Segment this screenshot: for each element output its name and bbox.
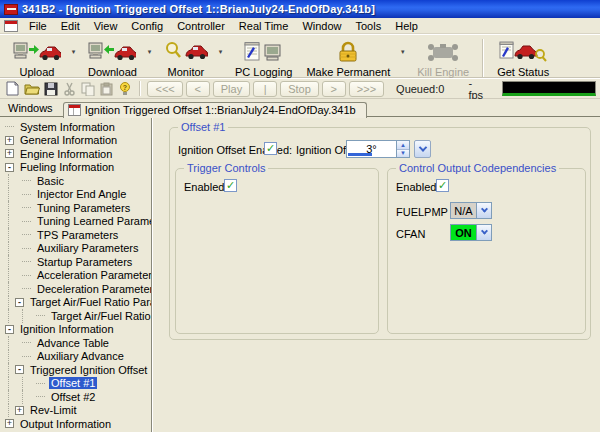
new-document-icon[interactable] [4, 80, 21, 97]
fuelpmp-select[interactable]: N/A [450, 202, 492, 219]
kill-engine-label: Kill Engine [417, 66, 469, 78]
tree-item-rev-limit[interactable]: Rev-Limit [0, 404, 151, 418]
paste-icon [98, 80, 115, 97]
download-label: Download [88, 66, 137, 78]
get-status-button[interactable]: Get Status [490, 37, 556, 80]
step-back-button[interactable]: < [186, 81, 210, 97]
offset-1-group: Offset #1 Ignition Offset Enabled: Ignit… [169, 127, 591, 340]
open-folder-icon[interactable] [23, 80, 41, 97]
monitor-icon [164, 39, 208, 65]
ignition-offset-field[interactable]: 3° [346, 140, 396, 158]
expander-icon[interactable] [5, 163, 14, 172]
windows-label: Windows [8, 102, 63, 117]
menu-view[interactable]: View [87, 19, 125, 33]
expander-icon[interactable] [15, 298, 24, 307]
tree-item-output-information[interactable]: Output Information [0, 417, 151, 431]
get-status-icon [499, 39, 547, 65]
expander-icon[interactable] [5, 325, 14, 334]
tree-item-target-afr-table[interactable]: Target Air/Fuel Ratio Table [0, 309, 151, 323]
menu-window[interactable]: Window [295, 19, 348, 33]
menu-file[interactable]: File [22, 19, 54, 33]
trigger-enabled-checkbox[interactable] [224, 179, 237, 192]
kill-engine-button: Kill Engine [410, 37, 476, 80]
padlock-icon [335, 39, 361, 65]
download-dropdown-arrow[interactable]: ▾ [144, 39, 155, 65]
tree-item-offset-2[interactable]: Offset #2 [0, 390, 151, 404]
cfan-select[interactable]: ON [450, 224, 492, 241]
upload-button[interactable]: Upload [6, 37, 68, 80]
tree-item-tuning-parameters[interactable]: Tuning Parameters [0, 201, 151, 215]
upload-icon [13, 39, 61, 65]
tree-item-advance-table[interactable]: Advance Table [0, 336, 151, 350]
make-permanent-dropdown-arrow[interactable]: ▾ [397, 39, 408, 65]
offset-1-group-title: Offset #1 [178, 121, 228, 133]
codep-enabled-checkbox[interactable] [436, 179, 449, 192]
queued-count: Queued:0 [396, 83, 444, 95]
monitor-button[interactable]: Monitor [157, 37, 215, 80]
pc-logging-button[interactable]: PC Logging [228, 37, 300, 80]
tree-item-tuning-learned-parameters[interactable]: Tuning Learned Parameters [0, 215, 151, 229]
tree-item-engine-information[interactable]: Engine Information [0, 147, 151, 161]
content-area: System Information General Information E… [0, 116, 600, 432]
tree-item-acceleration-parameters[interactable]: Acceleration Parameters [0, 269, 151, 283]
tree-item-basic[interactable]: Basic [0, 174, 151, 188]
menu-help[interactable]: Help [388, 19, 425, 33]
expander-icon[interactable] [15, 365, 24, 374]
tree-item-auxiliary-parameters[interactable]: Auxiliary Parameters [0, 242, 151, 256]
fps-readout: - fps [468, 77, 485, 101]
tree-item-target-afr-parameters[interactable]: Target Air/Fuel Ratio Parameters [0, 296, 151, 310]
make-permanent-button[interactable]: Make Permanent [299, 37, 397, 80]
menu-real-time[interactable]: Real Time [232, 19, 296, 33]
save-icon[interactable] [43, 80, 60, 97]
menu-bar: File Edit View Config Controller Real Ti… [0, 18, 600, 34]
expander-icon[interactable] [5, 149, 14, 158]
ignition-offset-dropdown-button[interactable] [414, 140, 431, 158]
pause-button[interactable]: | [253, 81, 277, 97]
tree-item-tps-parameters[interactable]: TPS Parameters [0, 228, 151, 242]
cfan-value: ON [451, 225, 476, 240]
tree-item-auxiliary-advance[interactable]: Auxiliary Advance [0, 350, 151, 364]
download-button[interactable]: Download [81, 37, 144, 80]
chevron-down-icon [480, 228, 487, 235]
mdi-child-icon[interactable] [4, 20, 18, 32]
monitor-label: Monitor [168, 66, 205, 78]
tree-item-fueling-information[interactable]: Fueling Information [0, 161, 151, 175]
tree-item-ignition-information[interactable]: Ignition Information [0, 323, 151, 337]
spin-up-button[interactable]: ▲ [397, 141, 409, 150]
rewind-fast-button[interactable]: <<< [147, 81, 182, 97]
fuelpmp-dropdown-arrow[interactable] [476, 203, 491, 218]
tree-item-system-information[interactable]: System Information [0, 120, 151, 134]
forward-fast-button[interactable]: >>> [349, 81, 384, 97]
help-tips-icon[interactable]: ? [117, 80, 134, 97]
expander-icon[interactable] [5, 419, 14, 428]
tree-item-offset-1[interactable]: Offset #1 [0, 377, 151, 391]
expander-icon[interactable] [5, 136, 14, 145]
expander-icon[interactable] [15, 406, 24, 415]
ignition-offset-enabled-checkbox[interactable] [264, 142, 277, 155]
menu-controller[interactable]: Controller [170, 19, 232, 33]
trigger-controls-title: Trigger Controls [184, 162, 268, 174]
menu-config[interactable]: Config [124, 19, 170, 33]
tree-item-injector-end-angle[interactable]: Injector End Angle [0, 188, 151, 202]
trigger-enabled-label: Enabled: [184, 181, 227, 193]
tree-item-general-information[interactable]: General Information [0, 134, 151, 148]
menu-edit[interactable]: Edit [54, 19, 87, 33]
trigger-controls-group: Trigger Controls Enabled: [175, 168, 379, 334]
tab-document-icon [68, 104, 81, 116]
spin-down-button[interactable]: ▼ [397, 150, 409, 158]
copy-icon [80, 80, 97, 97]
chevron-down-icon [480, 206, 487, 213]
codep-enabled-label: Enabled: [396, 181, 439, 193]
tree-item-startup-parameters[interactable]: Startup Parameters [0, 255, 151, 269]
tree-item-deceleration-parameters[interactable]: Deceleration Parameters [0, 282, 151, 296]
step-forward-button[interactable]: > [322, 81, 346, 97]
window-tab-bar: Windows Ignition Triggered Offset 1::Bri… [0, 99, 600, 117]
tree-item-triggered-ignition-offset[interactable]: Triggered Ignition Offset [0, 363, 151, 377]
play-button[interactable]: Play [213, 81, 250, 97]
cfan-dropdown-arrow[interactable] [476, 225, 491, 240]
stop-button[interactable]: Stop [280, 81, 319, 97]
upload-dropdown-arrow[interactable]: ▾ [68, 39, 79, 65]
tab-ignition-triggered-offset-1[interactable]: Ignition Triggered Offset 1::BrianJuly24… [63, 102, 367, 118]
monitor-dropdown-arrow[interactable]: ▾ [215, 39, 226, 65]
menu-tools[interactable]: Tools [349, 19, 389, 33]
